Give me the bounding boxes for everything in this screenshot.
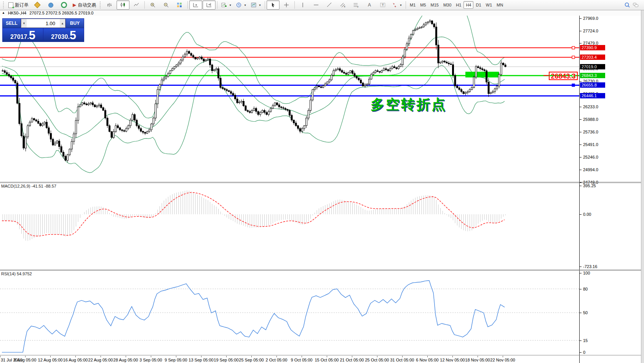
periods-button[interactable]: ▼ xyxy=(234,0,248,10)
volume-input[interactable] xyxy=(27,19,60,27)
price-tag-label[interactable]: 26843.3 xyxy=(549,72,578,80)
volume-stepper: ▼ ▲ xyxy=(21,19,66,28)
chart-annotation-text[interactable]: 多空转折点 xyxy=(371,95,447,114)
trade-panel-toggle[interactable]: ▲ xyxy=(2,11,5,14)
zoom-in-icon xyxy=(150,2,156,8)
time-axis-tick-mark xyxy=(75,356,76,357)
tile-windows-button[interactable] xyxy=(173,0,186,10)
time-axis-tick-mark xyxy=(302,356,302,357)
price-axis[interactable]: 27969.027724.027479.026982.026730.026485… xyxy=(579,16,641,363)
price-axis-tick: 25988.0 xyxy=(583,117,598,122)
sell-price-display[interactable]: 27017.5 xyxy=(3,28,43,42)
channel-button[interactable]: E xyxy=(336,0,349,10)
rsi-axis-tick: 15 xyxy=(583,338,588,343)
indicators-button[interactable]: ▼ xyxy=(219,0,233,10)
buy-price-main: 27030. xyxy=(51,33,70,41)
timeframe-button-MN[interactable]: MN xyxy=(494,1,505,9)
timeframe-button-M5[interactable]: M5 xyxy=(418,1,428,9)
timeframe-group: M1M5M15M30H1H4D1W1MN xyxy=(407,1,505,9)
time-axis-tick-mark xyxy=(377,356,377,357)
line-price-axis-label: 27203.4 xyxy=(580,55,605,60)
macd-panel-canvas[interactable] xyxy=(0,183,579,270)
community-icon xyxy=(48,3,53,8)
auto-scroll-button[interactable] xyxy=(189,0,202,10)
cursor-button[interactable] xyxy=(267,0,280,10)
new-order-button[interactable]: + 新订单 xyxy=(6,0,30,10)
arrows-button[interactable]: ▼ xyxy=(390,0,404,10)
timeframe-button-M15[interactable]: M15 xyxy=(428,1,441,9)
line-chart-button[interactable] xyxy=(130,0,143,10)
autotrading-button[interactable]: ▶ 自动交易 xyxy=(71,0,98,10)
rsi-panel-canvas[interactable] xyxy=(0,271,579,355)
buy-button[interactable]: BUY xyxy=(66,19,84,28)
search-icon[interactable] xyxy=(624,2,630,8)
fibonacci-button[interactable]: F xyxy=(350,0,363,10)
equidistant-channel-icon: E xyxy=(340,2,346,8)
signals-button[interactable] xyxy=(58,0,70,10)
svg-text:A: A xyxy=(368,2,371,8)
zoom-out-button[interactable] xyxy=(160,0,173,10)
community-button[interactable] xyxy=(44,0,57,10)
panel-separator[interactable] xyxy=(0,270,641,270)
axis-tick-mark xyxy=(580,43,582,43)
chart-plot-area[interactable]: SELL ▼ ▲ BUY 27017.5 27030.5 多空转折点 26843… xyxy=(0,16,579,363)
axis-tick-mark xyxy=(580,267,582,267)
panel-separator[interactable] xyxy=(0,182,641,182)
time-axis-tick-mark xyxy=(452,356,453,357)
line-price-axis-label: 26446.1 xyxy=(580,93,605,98)
autotrading-label: 自动交易 xyxy=(78,2,96,8)
panel-separator[interactable] xyxy=(0,355,641,355)
sell-button[interactable]: SELL xyxy=(3,19,21,28)
price-tag-connector xyxy=(543,75,548,76)
templates-button[interactable]: ▼ xyxy=(249,0,263,10)
dropdown-caret: ▼ xyxy=(229,4,232,6)
label-button[interactable]: T xyxy=(376,0,389,10)
bar-chart-button[interactable] xyxy=(103,0,116,10)
timeframe-button-D1[interactable]: D1 xyxy=(473,1,483,9)
zoom-in-button[interactable] xyxy=(146,0,159,10)
line-chart-icon xyxy=(133,2,139,8)
horizontal-line-button[interactable] xyxy=(310,0,323,10)
rsi-axis-tick: 0 xyxy=(583,350,585,355)
auto-scroll-icon xyxy=(193,2,199,8)
volume-increase-button[interactable]: ▲ xyxy=(60,19,65,27)
toolbar-grip xyxy=(3,2,5,8)
vertical-line-button[interactable] xyxy=(296,0,309,10)
svg-text:F: F xyxy=(357,6,359,8)
price-axis-tick: 27724.0 xyxy=(583,29,598,33)
trendline-button[interactable] xyxy=(323,0,336,10)
window-edge-strip xyxy=(641,10,644,363)
candlestick-chart-button[interactable] xyxy=(117,0,129,10)
time-axis[interactable]: 31 Jul 20196 Aug 05:0012 Aug 05:0016 Aug… xyxy=(0,356,579,363)
buy-price-display[interactable]: 27030.5 xyxy=(43,28,84,42)
svg-text:E: E xyxy=(344,5,345,8)
price-axis-tick: 25246.0 xyxy=(583,155,598,159)
price-axis-tick: 25491.0 xyxy=(583,142,598,147)
axis-tick-mark xyxy=(580,132,582,132)
timeframe-button-M30[interactable]: M30 xyxy=(441,1,454,9)
price-panel-canvas[interactable] xyxy=(0,16,579,182)
arrows-icon xyxy=(392,2,398,8)
chart-shift-icon xyxy=(206,2,212,8)
metaeditor-button[interactable] xyxy=(31,0,44,10)
panel-separator[interactable] xyxy=(0,270,641,271)
time-axis-tick-mark xyxy=(402,356,403,357)
chart-ohlc-values: 27072.5 27072.5 26926.5 27019.0 xyxy=(29,11,93,15)
crosshair-icon xyxy=(283,2,289,8)
price-axis-tick: 26233.0 xyxy=(583,104,598,109)
chart-shift-button[interactable] xyxy=(203,0,216,10)
crosshair-button[interactable] xyxy=(280,0,293,10)
timeframe-button-M1[interactable]: M1 xyxy=(407,1,418,9)
panel-separator[interactable] xyxy=(0,183,641,183)
tile-windows-icon xyxy=(176,2,182,8)
chat-icon[interactable] xyxy=(633,2,639,8)
timeframe-button-H1[interactable]: H1 xyxy=(454,1,463,9)
axis-tick-mark xyxy=(580,157,582,157)
toolbar-right-group xyxy=(624,2,642,8)
timeframe-button-W1[interactable]: W1 xyxy=(484,1,495,9)
fibonacci-icon: F xyxy=(353,2,359,8)
price-axis-tick: 24994.0 xyxy=(583,167,598,172)
text-button[interactable]: A xyxy=(363,0,376,10)
volume-decrease-button[interactable]: ▼ xyxy=(21,19,27,27)
timeframe-button-H4[interactable]: H4 xyxy=(463,1,473,9)
